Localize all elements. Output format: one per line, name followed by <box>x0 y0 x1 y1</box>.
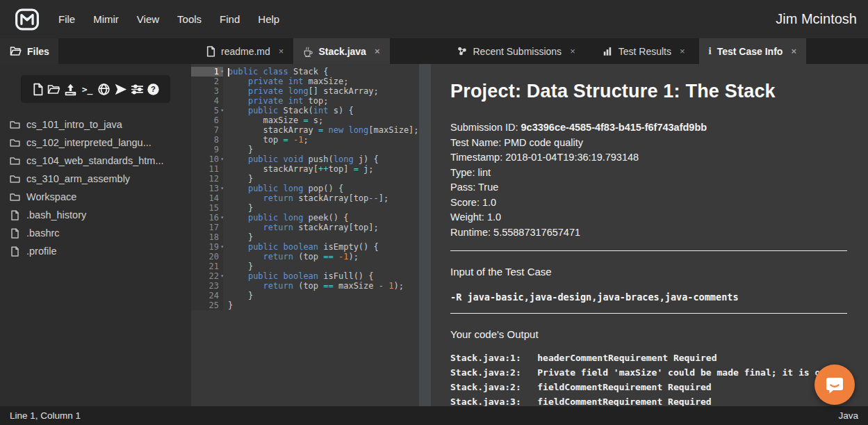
tab-files[interactable]: Files <box>0 38 58 64</box>
chat-bubble-icon <box>825 375 844 394</box>
sliders-button[interactable] <box>129 81 145 97</box>
code-text: public boolean isEmpty() { <box>223 242 379 252</box>
tab-stack-java[interactable]: Stack.java× <box>293 38 389 64</box>
field-type: Type: lint <box>450 166 847 181</box>
line-number: 7 <box>191 125 223 135</box>
tree-item-label: .bash_history <box>26 209 86 220</box>
file-icon <box>10 228 20 239</box>
field-test-name: Test Name: PMD code quality <box>450 136 847 151</box>
tab-bar: Files readme.md×Stack.java×Recent Submis… <box>0 38 868 64</box>
tree-item-cs-102-interpreted-langu-[interactable]: cs_102_interpreted_langu... <box>0 134 191 152</box>
output-line: Stack.java:2: Private field 'maxSize' co… <box>450 365 847 380</box>
code-line-10: 10▾ public void push(long j) { <box>191 154 419 164</box>
tree-item-label: .profile <box>26 246 57 257</box>
line-number: 18 <box>191 232 223 242</box>
menu-item-tools[interactable]: Tools <box>170 8 208 31</box>
menu-item-find[interactable]: Find <box>213 8 247 31</box>
line-number: 22▾ <box>191 271 223 281</box>
new-file-icon <box>31 83 44 96</box>
input-heading: Input of the Test Case <box>450 266 847 278</box>
terminal-button[interactable]: >_ <box>80 81 95 97</box>
folder-icon <box>10 156 20 166</box>
mimir-logo-icon[interactable] <box>14 8 40 31</box>
code-text: return (top == maxSize - 1); <box>223 281 404 291</box>
code-line-21: 21 } <box>191 262 419 271</box>
fold-caret-icon[interactable]: ▾ <box>220 67 224 77</box>
code-line-18: 18 } <box>191 232 419 242</box>
tree-item-cs-310-arm-assembly[interactable]: cs_310_arm_assembly <box>0 170 191 188</box>
fold-caret-icon[interactable]: ▾ <box>220 271 224 281</box>
line-number: 12 <box>191 174 223 184</box>
code-line-16: 16▾ public long peek() { <box>191 213 419 223</box>
tab-test-results[interactable]: Test Results× <box>593 38 695 64</box>
app-window: FileMimirViewToolsFindHelp Jim Mcintosh … <box>0 0 868 425</box>
code-text: public boolean isFull() { <box>223 271 374 281</box>
close-icon[interactable]: × <box>375 46 380 56</box>
field-value: lint <box>478 167 491 178</box>
fold-caret-icon[interactable]: ▾ <box>220 106 224 115</box>
code-line-8: 8 top = -1; <box>191 135 419 145</box>
new-file-button[interactable] <box>30 81 45 97</box>
line-number: 14 <box>191 193 223 203</box>
tab-label: Test Results <box>619 46 671 57</box>
tree-item-cs-101-intro-to-java[interactable]: cs_101_intro_to_java <box>0 115 191 134</box>
tab-test-case-info[interactable]: iTest Case Info× <box>699 38 806 64</box>
code-line-25: 25} <box>191 300 419 310</box>
code-text: private int maxSize; <box>223 77 348 86</box>
send-button[interactable] <box>113 81 128 97</box>
menu-item-file[interactable]: File <box>51 8 82 31</box>
fold-caret-icon[interactable]: ▾ <box>220 213 224 223</box>
code-text: private long[] stackArray; <box>223 86 379 96</box>
fold-caret-icon[interactable]: ▾ <box>220 154 224 164</box>
fold-caret-icon[interactable]: ▾ <box>220 242 224 252</box>
code-text: top = -1; <box>223 135 309 145</box>
help-button[interactable]: ? <box>146 81 161 97</box>
tab-recent-submissions[interactable]: Recent Submissions× <box>447 38 585 64</box>
close-icon[interactable]: × <box>570 46 575 56</box>
field-pass: Pass: True <box>450 180 847 195</box>
code-text: } <box>223 145 253 154</box>
chat-launcher-button[interactable] <box>814 364 855 405</box>
code-output: Stack.java:1: headerCommentRequirement R… <box>450 351 847 406</box>
globe-button[interactable] <box>96 81 111 97</box>
field-value: 9c3396ce-4585-4f83-b415-f6f743afd9bb <box>521 122 707 133</box>
user-name[interactable]: Jim Mcintosh <box>776 11 857 27</box>
tree-item-bashrc[interactable]: .bashrc <box>0 224 191 242</box>
line-number: 2 <box>191 77 223 86</box>
code-line-4: 4 private int top; <box>191 96 419 106</box>
line-number: 4 <box>191 96 223 106</box>
main-area: >_? cs_101_intro_to_javacs_102_interpret… <box>0 64 868 406</box>
line-number: 20 <box>191 252 223 262</box>
file-toolbar: >_? <box>21 75 170 103</box>
tree-item-cs-104-web-standards-htm-[interactable]: cs_104_web_standards_htm... <box>0 152 191 170</box>
folder-icon <box>10 138 20 148</box>
code-text: public Stack(int s) { <box>223 106 354 115</box>
line-number: 3 <box>191 86 223 96</box>
tab-readme-md[interactable]: readme.md× <box>197 38 293 64</box>
tree-item-Workspace[interactable]: Workspace <box>0 188 191 206</box>
code-editor[interactable]: 1▾public class Stack {2 private int maxS… <box>191 64 419 406</box>
code-text: return (top == -1); <box>223 252 359 262</box>
tree-item-bash-history[interactable]: .bash_history <box>0 206 191 224</box>
fold-caret-icon[interactable]: ▾ <box>220 184 224 193</box>
menu-item-view[interactable]: View <box>130 8 166 31</box>
field-value: 1.0 <box>487 211 501 223</box>
open-folder-button[interactable] <box>47 81 62 97</box>
close-icon[interactable]: × <box>791 46 796 56</box>
code-text: maxSize = s; <box>223 115 323 125</box>
output-line: Stack.java:1: headerCommentRequirement R… <box>450 351 847 365</box>
menu-item-mimir[interactable]: Mimir <box>86 8 126 31</box>
code-line-2: 2 private int maxSize; <box>191 77 419 86</box>
menu-item-help[interactable]: Help <box>251 8 286 31</box>
tab-label: Test Case Info <box>717 46 783 57</box>
share-nodes-icon <box>457 46 468 56</box>
close-icon[interactable]: × <box>680 46 685 56</box>
tree-item-profile[interactable]: .profile <box>0 242 191 260</box>
upload-button[interactable] <box>63 81 79 97</box>
output-heading: Your code's Output <box>450 328 847 340</box>
close-icon[interactable]: × <box>279 46 284 56</box>
editor-scrollbar[interactable] <box>419 64 431 406</box>
code-line-12: 12 } <box>191 174 419 184</box>
code-line-7: 7 stackArray = new long[maxSize]; <box>191 125 419 135</box>
code-text: } <box>223 291 253 300</box>
